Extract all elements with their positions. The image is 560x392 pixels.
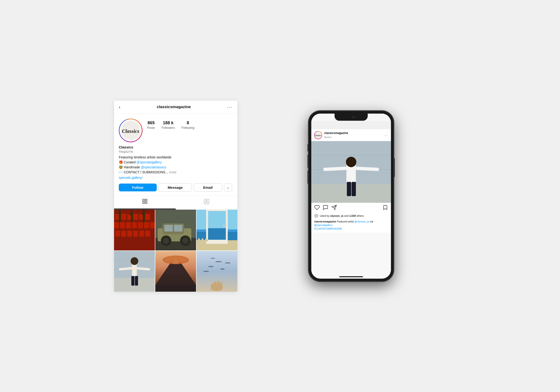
back-icon[interactable]: ‹ xyxy=(119,104,120,110)
tab-tagged[interactable] xyxy=(176,196,237,209)
stat-posts[interactable]: 865 Posts xyxy=(147,121,155,130)
stat-following[interactable]: 8 Following xyxy=(181,121,194,130)
svg-rect-4 xyxy=(143,202,144,203)
post-avatar: Classics xyxy=(314,131,322,139)
likes-avatar-small xyxy=(314,214,318,218)
bio-line2-prefix: 🎁 Curated xyxy=(119,160,137,164)
bio-more-link[interactable]: more xyxy=(168,170,177,174)
svg-point-89 xyxy=(346,157,356,167)
grid-item-6[interactable] xyxy=(197,251,237,292)
liked-and: and xyxy=(344,214,349,217)
profile-panel: ‹ classicsmagazine ··· Classics xyxy=(114,101,237,292)
svg-rect-88 xyxy=(346,165,356,183)
action-buttons: Follow Message Email ⌄ xyxy=(114,180,237,195)
following-count: 8 xyxy=(181,121,194,125)
phone-mockup-container: Classics classicsmagazine Space ··· xyxy=(256,111,446,281)
grid-item-5[interactable] xyxy=(155,251,196,292)
bio-line3-prefix: 🥸 Handmade xyxy=(119,165,141,169)
svg-point-53 xyxy=(223,225,225,227)
likes-suffix: others xyxy=(357,214,364,217)
photo-grid xyxy=(114,210,237,292)
svg-point-45 xyxy=(182,238,188,243)
avatar-logo: Classics xyxy=(120,120,141,141)
profile-bio: Featuring timeless artists worldwide 🎁 C… xyxy=(119,155,233,175)
post-image xyxy=(311,141,391,203)
grid-item-1[interactable] xyxy=(114,210,155,251)
profile-name: Classics xyxy=(119,145,233,149)
svg-rect-92 xyxy=(347,182,351,196)
liked-prefix: Liked by xyxy=(320,214,330,217)
svg-point-7 xyxy=(206,200,207,201)
profile-username-header: classicsmagazine xyxy=(157,105,191,109)
grid-item-4[interactable] xyxy=(114,251,155,292)
svg-rect-79 xyxy=(220,282,222,289)
svg-rect-74 xyxy=(155,285,196,292)
svg-rect-41 xyxy=(174,225,182,231)
side-button-vol-down xyxy=(308,171,309,184)
save-bookmark-icon[interactable] xyxy=(382,205,388,212)
post-more-icon[interactable]: ··· xyxy=(384,133,388,137)
caption-text: Featured artist xyxy=(337,220,354,223)
likes-text: Liked by ulysses_js and 1,544 others xyxy=(320,214,364,217)
stat-followers[interactable]: 188 k Followers xyxy=(162,121,175,130)
followers-label: Followers xyxy=(162,126,175,130)
likes-row: Liked by ulysses_js and 1,544 others xyxy=(311,213,391,219)
caption-mention-1[interactable]: @ulysses_js xyxy=(354,220,369,223)
post-avatar-inner: Classics xyxy=(315,132,322,139)
profile-details: Classics Magazine Featuring timeless art… xyxy=(114,142,237,180)
grid-item-3[interactable] xyxy=(197,210,237,251)
phone-mockup: Classics classicsmagazine Space ··· xyxy=(309,111,394,281)
avatar-inner: Classics xyxy=(120,119,142,141)
avatar-container: Classics xyxy=(119,119,142,142)
svg-rect-40 xyxy=(164,225,173,231)
svg-point-63 xyxy=(131,257,138,265)
profile-category: Magazine xyxy=(119,150,233,153)
followers-count: 188 k xyxy=(162,121,175,125)
profile-info-row: Classics 865 Posts 188 k Followers xyxy=(114,114,237,142)
tab-grid[interactable] xyxy=(114,196,176,209)
share-icon[interactable] xyxy=(331,205,337,212)
svg-rect-78 xyxy=(217,281,220,289)
bio-mention-1[interactable]: @specialsgallery xyxy=(137,160,162,164)
dropdown-button[interactable]: ⌄ xyxy=(224,183,232,191)
notch xyxy=(335,114,368,121)
svg-rect-5 xyxy=(145,202,147,203)
likes-user[interactable]: ulysses_js xyxy=(330,214,344,217)
post-actions xyxy=(311,203,391,213)
grid-item-2[interactable] xyxy=(155,210,196,251)
following-label: Following xyxy=(181,126,194,130)
more-options-icon[interactable]: ··· xyxy=(227,104,233,110)
status-bar xyxy=(311,121,391,129)
posts-count: 865 xyxy=(147,121,155,125)
message-button[interactable]: Message xyxy=(159,183,192,192)
svg-rect-80 xyxy=(211,283,214,290)
caption-hashtag[interactable]: #CLASSICSMAGAZINE xyxy=(314,227,342,230)
bio-line1: Featuring timeless artists worldwide xyxy=(119,155,171,159)
likes-count: 1,544 xyxy=(349,214,356,217)
tabs-row xyxy=(114,195,237,209)
phone-screen: Classics classicsmagazine Space ··· xyxy=(311,114,391,279)
profile-website-link[interactable]: specials.gallery/ xyxy=(119,176,233,180)
svg-text:Classics: Classics xyxy=(122,128,139,134)
svg-rect-52 xyxy=(208,228,226,240)
caption-row: classicsmagazine Featured artist @ulysse… xyxy=(311,219,391,233)
side-button-mute xyxy=(308,144,309,151)
caption-username: classicsmagazine xyxy=(314,220,336,223)
post-info: classicsmagazine Space xyxy=(324,131,382,139)
svg-rect-93 xyxy=(352,182,356,196)
comment-icon[interactable] xyxy=(323,205,328,212)
svg-rect-66 xyxy=(131,276,134,285)
svg-point-73 xyxy=(164,256,187,262)
svg-text:Classics: Classics xyxy=(315,134,321,137)
caption-mention-2[interactable]: @specialgallery xyxy=(314,224,333,226)
profile-header: ‹ classicsmagazine ··· xyxy=(114,101,237,114)
email-button[interactable]: Email xyxy=(194,183,222,192)
grid-icon xyxy=(142,199,148,206)
follow-button[interactable]: Follow xyxy=(119,183,157,191)
bio-mention-2[interactable]: @specialclassics xyxy=(141,165,166,169)
heart-icon[interactable] xyxy=(314,205,320,212)
avatar-ring[interactable]: Classics xyxy=(119,119,142,142)
svg-point-43 xyxy=(163,238,169,243)
notch-camera xyxy=(352,116,355,118)
post-username: classicsmagazine xyxy=(324,131,382,135)
